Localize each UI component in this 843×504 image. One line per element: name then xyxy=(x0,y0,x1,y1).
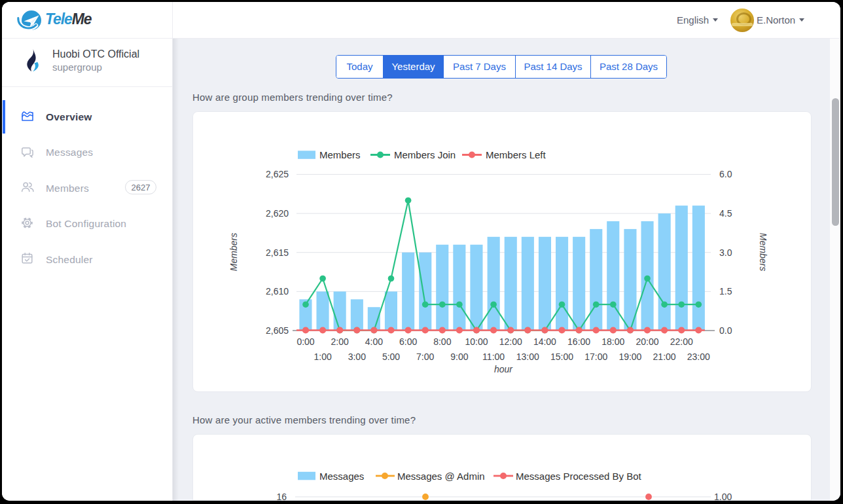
svg-text:hour: hour xyxy=(494,364,513,374)
svg-text:11:00: 11:00 xyxy=(482,351,505,362)
svg-text:17:00: 17:00 xyxy=(584,351,607,362)
svg-text:Members: Members xyxy=(758,233,768,271)
svg-text:13:00: 13:00 xyxy=(516,351,539,362)
svg-text:12:00: 12:00 xyxy=(499,336,522,347)
svg-text:3.0: 3.0 xyxy=(719,247,732,258)
svg-text:2,605: 2,605 xyxy=(266,325,289,336)
svg-text:6.0: 6.0 xyxy=(719,169,732,179)
svg-text:Members: Members xyxy=(228,233,239,271)
svg-text:2,615: 2,615 xyxy=(266,247,289,258)
svg-text:1:00: 1:00 xyxy=(314,351,331,362)
svg-text:21:00: 21:00 xyxy=(653,351,676,362)
svg-text:19:00: 19:00 xyxy=(619,351,641,362)
svg-text:4:00: 4:00 xyxy=(365,336,383,347)
svg-text:4.5: 4.5 xyxy=(719,208,732,219)
svg-text:Messages @ Admin: Messages @ Admin xyxy=(397,471,485,482)
svg-text:16:00: 16:00 xyxy=(567,336,590,347)
svg-text:Messages: Messages xyxy=(319,471,364,482)
svg-text:10:00: 10:00 xyxy=(465,336,488,347)
svg-text:20:00: 20:00 xyxy=(636,336,658,347)
svg-text:22:00: 22:00 xyxy=(670,336,693,347)
svg-text:6:00: 6:00 xyxy=(399,336,417,347)
svg-text:14:00: 14:00 xyxy=(533,336,556,347)
svg-text:Members Join: Members Join xyxy=(394,149,456,160)
svg-text:3:00: 3:00 xyxy=(348,351,366,362)
svg-text:16: 16 xyxy=(276,492,287,501)
svg-text:Members: Members xyxy=(319,149,361,160)
svg-text:0.0: 0.0 xyxy=(719,325,732,336)
svg-text:8:00: 8:00 xyxy=(433,336,451,347)
svg-text:23:00: 23:00 xyxy=(687,351,710,362)
svg-text:2,620: 2,620 xyxy=(266,208,289,219)
svg-text:Members Left: Members Left xyxy=(486,149,547,160)
svg-text:7:00: 7:00 xyxy=(416,351,434,362)
svg-text:1.5: 1.5 xyxy=(719,286,732,297)
svg-text:2,625: 2,625 xyxy=(266,169,289,179)
svg-text:9:00: 9:00 xyxy=(450,351,468,362)
svg-text:1.00: 1.00 xyxy=(714,492,732,501)
svg-text:15:00: 15:00 xyxy=(550,351,573,362)
svg-text:0:00: 0:00 xyxy=(296,336,314,347)
svg-text:5:00: 5:00 xyxy=(382,351,400,362)
svg-text:2,610: 2,610 xyxy=(266,286,289,297)
svg-text:2:00: 2:00 xyxy=(331,336,349,347)
svg-text:18:00: 18:00 xyxy=(601,336,624,347)
svg-text:Messages Processed By Bot: Messages Processed By Bot xyxy=(516,471,642,482)
